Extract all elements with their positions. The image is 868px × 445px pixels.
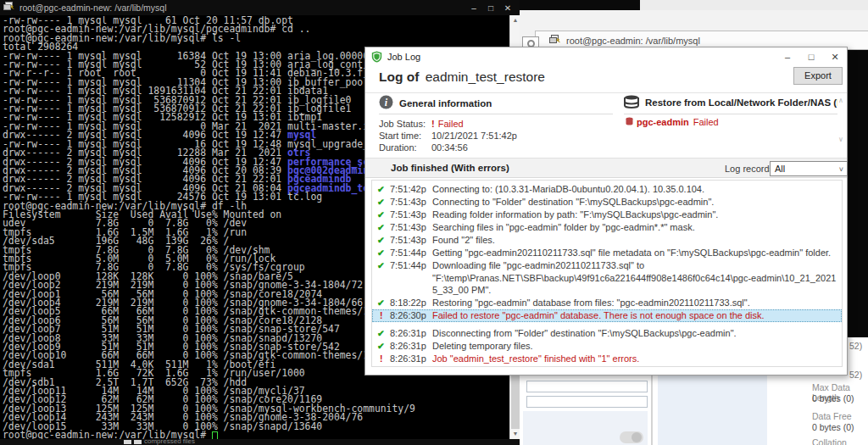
log-entry[interactable]: ✔7:51:43pReading folder information by p… [372,209,842,221]
log-entry-time: 7:51:44p [390,247,432,259]
log-entry[interactable]: !8:26:31pJob "eadmin_test_restore" finis… [372,353,842,365]
log-entry-time: 7:51:42p [390,183,432,196]
log-entry-time: 8:26:30p [390,309,432,322]
log-entry-text: Job "eadmin_test_restore" finished with … [432,353,838,365]
scrollbar-thumb[interactable] [511,375,520,429]
check-icon: ✔ [377,247,390,259]
job-name: eadmin_test_restore [426,70,545,84]
start-time-label: Start time: [379,131,421,141]
check-icon: ✔ [377,327,390,340]
divider [624,114,837,114]
job-log-shield-icon [371,51,382,63]
log-entry-time: 7:51:43p [390,196,432,209]
log-entry-text: Searching files in "pgc-eadmin" folder b… [432,221,838,234]
close-button[interactable]: ✕ [499,3,516,13]
log-records-filter-select[interactable]: All ˅ [770,161,848,176]
restore-item[interactable]: pgc-eadmin Failed [626,117,719,127]
putty-icon [3,0,14,15]
maximize-button[interactable]: □ [482,3,499,13]
panel-scroll-up-icon[interactable]: ∧ [838,97,843,104]
general-info-header: i General information [379,95,492,111]
log-entry-text: Reading folder information by path: "F:\… [432,209,838,221]
log-entry-time: 7:51:44p [390,259,432,272]
field-value: 0 bytes (0) [812,422,854,432]
job-log-dialog: Job Log – □ ✕ Log of eadmin_test_restore… [364,47,848,375]
filter-selected-value: All [775,164,785,174]
check-icon: ✔ [377,183,390,196]
terminal-title: root@pgc-eadmin-new: /var/lib/mysql [19,3,465,13]
dialog-heading: Log of eadmin_test_restore [379,70,545,85]
check-icon: ✔ [377,196,390,209]
log-entry[interactable]: ✔7:51:44pGetting "pgc-eadmin202110211733… [372,247,842,259]
check-icon: ✔ [377,340,390,353]
log-entry-text: Disconnecting from "Folder" destination … [432,327,838,340]
heading-prefix: Log of [379,70,419,84]
export-button[interactable]: Export [793,67,843,85]
terminal-titlebar[interactable]: root@pgc-eadmin-new: /var/lib/mysql – □ … [0,0,520,15]
log-entry[interactable]: ✔7:51:43pFound "2" files. [372,234,842,247]
background-panel [658,375,767,445]
log-entry-text: Connecting to: (10.3.31-MariaDB-0ubuntu0… [432,183,838,196]
putty-icon [549,33,560,48]
log-entry-text: Restoring "pgc-eadmin" database from fil… [432,297,838,309]
log-entry-text: Failed to restore "pgc-eadmin" database.… [432,309,838,322]
log-entry-text: Sending job log to jeff@smgi.ca. [432,365,838,367]
log-entry-text: Getting "pgc-eadmin202110211733.sql" fil… [432,247,838,259]
restore-item-status: Failed [693,117,719,127]
background-terminal-title: root@pgc-eadmin: /var/lib/mysql [566,36,700,46]
check-icon: ✔ [377,259,390,272]
duration-label: Duration: [379,142,417,153]
background-bottom-window: compressed files [0,439,520,445]
background-terminal-content [847,50,868,337]
database-icon [624,95,639,110]
scroll-up-icon[interactable]: ▲ [510,15,520,25]
log-entry-text: Found "2" files. [432,234,838,247]
minimize-button[interactable]: – [465,3,482,13]
close-button[interactable]: ✕ [823,48,847,65]
check-icon: ✔ [377,365,390,367]
info-fragment: 52) [849,341,862,351]
background-app-window [520,375,771,445]
log-entries-list[interactable]: ✔7:51:42pConnecting to: (10.3.31-MariaDB… [371,180,843,367]
restore-item-name: pgc-eadmin [637,117,689,127]
log-entry[interactable]: ✔7:51:42pConnecting to: (10.3.31-MariaDB… [372,183,842,196]
minimize-button[interactable]: – [776,48,799,65]
dialog-titlebar[interactable]: Job Log – □ ✕ [365,47,847,66]
log-entry[interactable]: ✔8:26:35pSending job log to jeff@smgi.ca… [372,365,842,367]
background-window-edge [520,0,640,10]
field-label: Collation [812,437,847,445]
log-entry-time: 7:51:43p [390,209,432,221]
log-entry[interactable]: ✔8:26:31pDisconnecting from "Folder" des… [372,327,842,340]
toggle-switch[interactable] [620,431,643,443]
maximize-button[interactable]: □ [799,48,823,65]
job-status-value: !Failed [431,119,464,129]
job-status-label: Job Status: [379,119,426,129]
check-icon: ✔ [377,209,390,221]
log-entry-time: 8:26:31p [390,327,432,340]
info-icon: i [379,95,393,111]
divider [651,375,653,445]
log-entry[interactable]: ✔7:51:44pDownloading file "pgc-eadmin202… [372,259,842,297]
info-fragment: 52) [849,370,862,380]
error-icon: ! [377,309,390,322]
log-entry-text: Downloading file "pgc-eadmin202110211733… [432,259,838,297]
log-records-label: Log records [725,164,774,174]
log-entry[interactable]: ✔8:18:22pRestoring "pgc-eadmin" database… [372,297,842,309]
check-icon: ✔ [377,221,390,234]
background-text-input-1[interactable] [526,381,648,392]
scroll-down-icon[interactable]: ▼ [510,429,520,439]
error-icon: ! [431,119,435,129]
panel-scroll-down-icon[interactable]: ∨ [838,136,843,143]
log-entry[interactable]: !8:26:30pFailed to restore "pgc-eadmin" … [372,309,842,322]
log-entry[interactable]: ✔7:51:43pSearching files in "pgc-eadmin"… [372,221,842,234]
log-entry[interactable]: ✔8:26:31pDeleting temporary files. [372,340,842,353]
log-entry-text: Connecting to "Folder" destination "F:\m… [432,196,838,209]
log-entry-time: 7:51:43p [390,234,432,247]
error-icon: ! [377,353,390,365]
database-item-icon [626,117,633,127]
log-entry-time: 8:18:22p [390,297,432,309]
log-entry[interactable]: ✔7:51:43pConnecting to "Folder" destinat… [372,196,842,209]
chevron-down-icon: ˅ [839,163,843,176]
background-text-input-2[interactable] [526,396,648,408]
log-section-title: Job finished (With errors) [391,163,509,173]
